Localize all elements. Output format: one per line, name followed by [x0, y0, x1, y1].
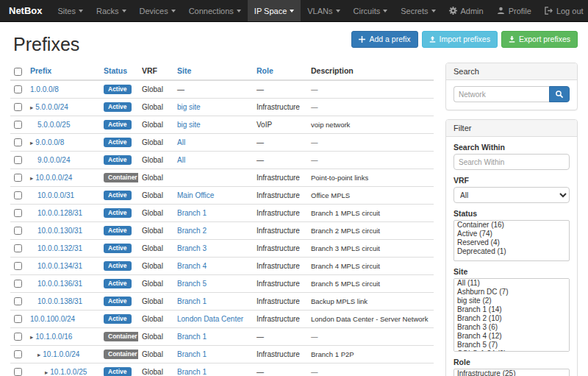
vrf-cell: Global	[138, 292, 173, 310]
row-checkbox[interactable]	[14, 209, 22, 217]
table-row: 10.0.0.130/31ActiveGlobalBranch 2Infrast…	[10, 221, 434, 239]
nav-item-sites[interactable]: Sites	[51, 0, 90, 21]
prefix-link[interactable]: 10.0.0.0/31	[37, 191, 74, 199]
row-checkbox[interactable]	[14, 138, 22, 146]
site-link[interactable]: Branch 1	[177, 209, 207, 217]
site-link[interactable]: Branch 1	[177, 368, 207, 376]
row-checkbox[interactable]	[14, 191, 22, 199]
listbox-option[interactable]: COLO-1-24 (9)	[454, 350, 569, 352]
site-listbox[interactable]: All (11)Ashburn DC (7)big site (2)Branch…	[453, 278, 570, 352]
prefix-link[interactable]: 10.0.0.128/31	[37, 209, 82, 217]
nav-item-ip-space[interactable]: IP Space	[248, 0, 301, 21]
site-link[interactable]: Branch 1	[177, 333, 207, 341]
row-checkbox[interactable]	[14, 350, 22, 358]
select-all-checkbox[interactable]	[14, 68, 22, 76]
site-link[interactable]: Branch 5	[177, 280, 207, 288]
prefix-link[interactable]: 10.0.0.136/31	[37, 280, 82, 288]
column-header-prefix[interactable]: Prefix	[26, 63, 100, 80]
listbox-option[interactable]: big site (2)	[454, 297, 569, 305]
nav-item-connections[interactable]: Connections	[182, 0, 248, 21]
nav-item-label: Devices	[140, 0, 168, 22]
listbox-option[interactable]: Branch 1 (14)	[454, 305, 569, 314]
column-header-status[interactable]: Status	[100, 63, 138, 80]
nav-item-secrets[interactable]: Secrets	[394, 0, 442, 21]
prefix-link[interactable]: 10.0.0.0/24	[35, 174, 72, 182]
action-buttons: Add a prefix Import prefixes Export pref…	[351, 31, 578, 48]
row-checkbox[interactable]	[14, 174, 22, 182]
prefix-link[interactable]: 10.0.100.0/24	[30, 315, 75, 323]
export-prefixes-button[interactable]: Export prefixes	[501, 31, 578, 48]
nav-item-logout[interactable]: Log out	[538, 0, 588, 21]
row-checkbox[interactable]	[14, 262, 22, 270]
row-checkbox[interactable]	[14, 85, 22, 93]
description-cell: Branch 3 MPLS circuit	[307, 239, 434, 257]
role-cell: Infrastructure	[253, 239, 307, 257]
add-prefix-button[interactable]: Add a prefix	[351, 31, 417, 48]
site-link[interactable]: London Data Center	[177, 315, 243, 323]
listbox-option[interactable]: Branch 3 (6)	[454, 323, 569, 332]
prefix-link[interactable]: 10.0.0.132/31	[37, 244, 82, 252]
row-checkbox[interactable]	[14, 244, 22, 252]
site-link[interactable]: Branch 4	[177, 262, 207, 270]
import-prefixes-button[interactable]: Import prefixes	[422, 31, 498, 48]
site-link[interactable]: Branch 1	[177, 350, 207, 358]
row-checkbox[interactable]	[14, 280, 22, 288]
nav-item-vlans[interactable]: VLANs	[301, 0, 346, 21]
prefix-link[interactable]: 10.0.0.130/31	[37, 227, 82, 235]
nav-item-label: Sites	[58, 0, 76, 22]
search-within-input[interactable]	[453, 154, 570, 170]
listbox-option[interactable]: Container (16)	[454, 221, 569, 230]
listbox-option[interactable]: Deprecated (1)	[454, 247, 569, 256]
site-link[interactable]: Branch 1	[177, 297, 207, 305]
status-cell: Active	[100, 80, 138, 99]
listbox-option[interactable]: Branch 4 (12)	[454, 332, 569, 341]
brand-logo[interactable]: NetBox	[4, 0, 51, 21]
listbox-option[interactable]: Ashburn DC (7)	[454, 288, 569, 297]
row-checkbox[interactable]	[14, 368, 22, 376]
row-checkbox[interactable]	[14, 297, 22, 305]
search-button[interactable]	[549, 86, 570, 102]
prefix-link[interactable]: 10.1.0.0/24	[43, 350, 79, 358]
site-cell: Branch 5	[173, 274, 253, 292]
nav-item-devices[interactable]: Devices	[133, 0, 182, 21]
prefix-link[interactable]: 9.0.0.0/24	[37, 156, 70, 164]
site-link[interactable]: All	[177, 156, 185, 164]
nav-item-racks[interactable]: Racks	[90, 0, 133, 21]
listbox-option[interactable]: Branch 2 (10)	[454, 314, 569, 323]
site-link[interactable]: Main Office	[177, 191, 214, 199]
site-link[interactable]: big site	[177, 103, 201, 111]
user-icon	[497, 7, 505, 15]
prefix-link[interactable]: 10.1.0.0/16	[35, 333, 72, 341]
prefix-link[interactable]: 9.0.0.0/8	[35, 138, 64, 146]
row-checkbox[interactable]	[14, 103, 22, 111]
prefix-link[interactable]: 5.0.0.0/25	[37, 121, 70, 129]
role-listbox[interactable]: Infrastructure (25)Management (8)Private…	[453, 369, 570, 376]
listbox-option[interactable]: Reserved (4)	[454, 238, 569, 247]
prefix-link[interactable]: 10.0.0.134/31	[37, 262, 82, 270]
nav-item-circuits[interactable]: Circuits	[347, 0, 395, 21]
nav-item-admin[interactable]: Admin	[442, 0, 490, 21]
listbox-option[interactable]: Branch 5 (7)	[454, 341, 569, 350]
row-checkbox[interactable]	[14, 227, 22, 235]
prefix-link[interactable]: 10.0.0.138/31	[37, 297, 82, 305]
column-header-site[interactable]: Site	[173, 63, 253, 80]
site-link[interactable]: Branch 2	[177, 227, 207, 235]
listbox-option[interactable]: Active (74)	[454, 230, 569, 238]
listbox-option[interactable]: All (11)	[454, 279, 569, 288]
site-link[interactable]: All	[177, 138, 185, 146]
row-checkbox[interactable]	[14, 315, 22, 323]
prefix-link[interactable]: 1.0.0.0/8	[30, 85, 59, 93]
row-checkbox[interactable]	[14, 333, 22, 341]
row-checkbox[interactable]	[14, 121, 22, 129]
prefix-link[interactable]: 5.0.0.0/24	[35, 103, 68, 111]
status-listbox[interactable]: Container (16)Active (74)Reserved (4)Dep…	[453, 220, 570, 261]
row-checkbox[interactable]	[14, 156, 22, 164]
nav-item-profile[interactable]: Profile	[490, 0, 538, 21]
prefix-link[interactable]: 10.1.0.0/25	[50, 368, 87, 376]
search-input[interactable]	[453, 86, 549, 102]
listbox-option[interactable]: Infrastructure (25)	[454, 369, 569, 376]
site-link[interactable]: Branch 3	[177, 244, 207, 252]
column-header-role[interactable]: Role	[253, 63, 307, 80]
site-link[interactable]: big site	[177, 121, 201, 129]
vrf-select[interactable]: All	[453, 187, 570, 203]
